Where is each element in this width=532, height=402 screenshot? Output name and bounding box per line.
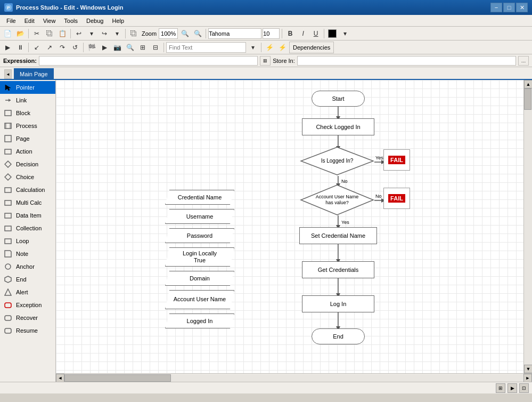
- storein-input[interactable]: [297, 56, 516, 66]
- sidebar-item-page[interactable]: Page: [0, 132, 55, 145]
- zoom-in-button[interactable]: 🔍: [192, 28, 203, 39]
- vscroll[interactable]: ▲ ▼: [523, 80, 532, 373]
- font-select[interactable]: [208, 28, 261, 39]
- canvas-area[interactable]: Yes No No Yes: [56, 80, 523, 373]
- color-dropdown[interactable]: ▾: [339, 28, 351, 39]
- menu-file[interactable]: File: [2, 17, 20, 25]
- step-out-button[interactable]: ↗: [44, 42, 55, 53]
- open-button[interactable]: 📂: [14, 28, 26, 39]
- hscroll-right-button[interactable]: ►: [523, 374, 532, 382]
- sidebar-item-end[interactable]: End: [0, 273, 55, 286]
- pause-button[interactable]: ⏸: [14, 42, 26, 53]
- menu-tools[interactable]: Tools: [60, 17, 82, 25]
- shape-cred-name[interactable]: Credential Name: [165, 190, 234, 205]
- sidebar-item-process[interactable]: Process: [0, 119, 55, 132]
- shape-account-username[interactable]: Account User Name: [165, 290, 234, 309]
- run2-button[interactable]: ▶: [99, 42, 110, 53]
- layout-button[interactable]: ⊟: [150, 42, 161, 53]
- menu-view[interactable]: View: [39, 17, 60, 25]
- storein-browse-button[interactable]: …: [518, 56, 529, 66]
- sidebar-item-link[interactable]: Link: [0, 94, 55, 107]
- underline-button[interactable]: U: [310, 28, 322, 39]
- shape-login-locally[interactable]: Login LocallyTrue: [165, 247, 234, 267]
- maximize-button[interactable]: □: [503, 3, 515, 12]
- shape-fail2[interactable]: FAIL: [383, 188, 410, 209]
- tab-mainpage[interactable]: Main Page: [14, 68, 54, 79]
- step-over-button[interactable]: ↷: [56, 42, 68, 53]
- shape-account-user[interactable]: Account User Namehas value?: [300, 184, 374, 216]
- vscroll-up-button[interactable]: ▲: [524, 80, 532, 89]
- paste-button[interactable]: 📋: [56, 28, 68, 39]
- shape-username[interactable]: Username: [165, 209, 234, 224]
- sidebar-item-resume[interactable]: Resume: [0, 324, 55, 337]
- shape-log-in[interactable]: Log In: [302, 295, 374, 312]
- sidebar-item-recover[interactable]: Recover: [0, 311, 55, 324]
- undo-dropdown[interactable]: ▾: [86, 28, 97, 39]
- vscroll-thumb[interactable]: [524, 89, 531, 110]
- sidebar-item-dataitem[interactable]: Data Item: [0, 209, 55, 222]
- sidebar-item-exception[interactable]: Exception: [0, 299, 55, 311]
- undo-button[interactable]: ↩: [73, 28, 85, 39]
- copy2-button[interactable]: ⿻: [128, 28, 140, 39]
- shape-logged-in[interactable]: Logged In: [165, 313, 234, 328]
- find-text-input[interactable]: [166, 42, 246, 53]
- dependencies-button[interactable]: Dependencies: [289, 42, 334, 53]
- sidebar-item-calculation[interactable]: Calculation: [0, 183, 55, 196]
- shape-end[interactable]: End: [312, 328, 365, 344]
- hscroll-track[interactable]: [64, 374, 523, 382]
- sidebar-item-block[interactable]: Block: [0, 107, 55, 119]
- redo-button[interactable]: ↪: [99, 28, 110, 39]
- hscroll-left-button[interactable]: ◄: [56, 374, 64, 382]
- shape-is-logged-in[interactable]: Is Logged In?: [300, 146, 374, 176]
- zoom-out-button[interactable]: 🔍: [179, 28, 191, 39]
- find-dropdown-button[interactable]: ▾: [247, 42, 259, 53]
- vscroll-down-button[interactable]: ▼: [524, 365, 532, 373]
- camera-button[interactable]: 📷: [111, 42, 123, 53]
- sidebar-item-pointer[interactable]: Pointer: [0, 81, 55, 94]
- menu-edit[interactable]: Edit: [20, 17, 39, 25]
- sidebar-item-collection[interactable]: Collection: [0, 222, 55, 235]
- sidebar-item-action[interactable]: Action: [0, 145, 55, 158]
- zoom-input[interactable]: [159, 28, 178, 39]
- hscroll[interactable]: ◄ ►: [56, 373, 532, 382]
- sidebar-item-alert[interactable]: Alert: [0, 286, 55, 299]
- color-button[interactable]: [326, 28, 338, 39]
- menu-help[interactable]: Help: [108, 17, 128, 25]
- shape-get-credentials[interactable]: Get Credentials: [302, 261, 374, 278]
- copy-button[interactable]: ⿻: [44, 28, 55, 39]
- cut-button[interactable]: ✂: [31, 28, 43, 39]
- sidebar-item-decision[interactable]: Decision: [0, 158, 55, 171]
- shape-domain[interactable]: Domain: [165, 271, 234, 286]
- font-size-select[interactable]: [263, 28, 280, 39]
- shape-check-logged-in[interactable]: Check Logged In: [302, 118, 374, 135]
- minimize-button[interactable]: −: [490, 3, 502, 12]
- new-button[interactable]: 📄: [2, 28, 13, 39]
- shape-fail1[interactable]: FAIL: [383, 149, 410, 171]
- sidebar-item-choice[interactable]: Choice: [0, 171, 55, 183]
- run-button[interactable]: ▶: [2, 42, 13, 53]
- shape-set-credential[interactable]: Set Credential Name: [299, 227, 377, 244]
- search2-button[interactable]: 🔍: [124, 42, 136, 53]
- expression-calc-button[interactable]: ⊞: [260, 56, 271, 66]
- sidebar-item-loop[interactable]: Loop: [0, 235, 55, 247]
- dep2-button[interactable]: ⚡: [276, 42, 288, 53]
- refresh-button[interactable]: ↺: [69, 42, 81, 53]
- menu-debug[interactable]: Debug: [82, 17, 108, 25]
- step-in-button[interactable]: ↙: [31, 42, 43, 53]
- bold-button[interactable]: B: [284, 28, 296, 39]
- vscroll-track[interactable]: [524, 89, 532, 365]
- redo-dropdown[interactable]: ▾: [111, 28, 123, 39]
- shape-start[interactable]: Start: [312, 91, 365, 107]
- dep1-button[interactable]: ⚡: [264, 42, 275, 53]
- italic-button[interactable]: I: [297, 28, 309, 39]
- sidebar-item-note[interactable]: Note: [0, 247, 55, 260]
- close-button[interactable]: ✕: [516, 3, 528, 12]
- hscroll-thumb[interactable]: [64, 374, 171, 382]
- grid-button[interactable]: ⊞: [137, 42, 149, 53]
- sidebar-item-anchor[interactable]: Anchor: [0, 260, 55, 273]
- flag-button[interactable]: 🏁: [86, 42, 97, 53]
- shape-password[interactable]: Password: [165, 228, 234, 243]
- tab-arrow[interactable]: ◄: [4, 69, 12, 79]
- sidebar-item-multicalc[interactable]: Multi Calc: [0, 196, 55, 209]
- expression-input[interactable]: [39, 56, 258, 66]
